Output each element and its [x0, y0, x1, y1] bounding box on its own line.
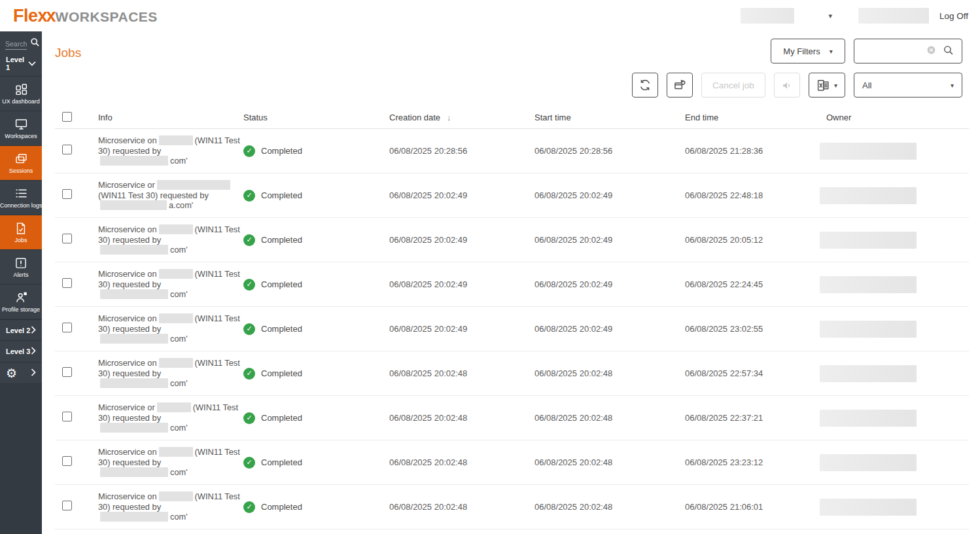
start-time-cell: 06/08/2025 20:02:48 [534, 502, 685, 512]
sidebar-item-workspaces[interactable]: Workspaces [0, 111, 42, 146]
status-label: Completed [261, 190, 302, 200]
table-search-box[interactable] [854, 39, 962, 63]
select-all-checkbox[interactable] [62, 112, 72, 122]
row-checkbox[interactable] [62, 367, 72, 377]
status-check-icon: ✓ [243, 145, 255, 157]
info-text: (WIN11 Test [195, 358, 240, 368]
export-excel-button[interactable]: ▾ [809, 73, 845, 98]
table-row[interactable]: Microservice on(WIN11 Test30) requested … [55, 262, 969, 307]
creation-date-cell: 06/08/2025 20:02:49 [389, 324, 534, 334]
info-text: com' [170, 423, 188, 433]
column-header-start-time[interactable]: Start time [534, 113, 685, 122]
sidebar: Search Level 1 UX dashboardWorkspacesSes… [0, 31, 42, 534]
profile-icon [14, 291, 28, 304]
log-off-button[interactable]: Log Off [939, 11, 968, 21]
table-row[interactable]: Microservice on(WIN11 Test30) requested … [55, 218, 969, 262]
row-checkbox[interactable] [62, 412, 72, 421]
dashboard-icon [14, 83, 28, 96]
redacted-account-selector[interactable] [741, 8, 794, 24]
alert-icon [14, 257, 27, 270]
status-cell: ✓ Completed [243, 190, 389, 202]
status-cell: ✓ Completed [243, 145, 389, 157]
info-cell: Microservice on(WIN11 Test30) requested … [98, 313, 243, 344]
status-label: Completed [261, 235, 302, 245]
refresh-button[interactable] [632, 73, 658, 98]
sidebar-item-jobs[interactable]: Jobs [0, 215, 42, 250]
redacted-text [159, 358, 193, 368]
status-cell: ✓ Completed [243, 279, 389, 291]
row-checkbox[interactable] [62, 145, 72, 154]
row-checkbox[interactable] [62, 456, 72, 466]
table-row[interactable]: Microservice on(WIN11 Test30) requested … [55, 129, 969, 173]
column-header-creation-date[interactable]: Creation date↓ [389, 113, 534, 122]
caret-down-icon: ▾ [951, 82, 954, 89]
table-row[interactable]: Microservice on(WIN11 Test30) requested … [55, 307, 969, 351]
status-check-icon: ✓ [243, 412, 255, 424]
status-cell: ✓ Completed [243, 368, 389, 380]
info-text: com' [170, 467, 188, 477]
redacted-username [858, 8, 929, 24]
sidebar-item-ux-dashboard[interactable]: UX dashboard [0, 77, 42, 111]
redacted-text [157, 180, 230, 190]
column-header-status[interactable]: Status [243, 113, 389, 122]
info-text: 30) requested by [98, 235, 161, 245]
status-check-icon: ✓ [243, 368, 255, 380]
sidebar-search[interactable]: Search [0, 31, 42, 52]
sidebar-level2-toggle[interactable]: Level 2 [0, 319, 42, 341]
table-row[interactable]: Microservice on(WIN11 Test30) requested … [55, 485, 969, 529]
table-row[interactable]: Microservice or(WIN11 Test 30) requested… [55, 173, 969, 218]
start-time-cell: 06/08/2025 20:28:56 [534, 146, 685, 156]
audio-button[interactable] [774, 73, 800, 98]
header-right: ▾ Log Off [741, 8, 968, 24]
cancel-job-button[interactable]: Cancel job [701, 73, 765, 98]
row-checkbox[interactable] [62, 501, 72, 510]
info-text: com' [170, 245, 188, 255]
sidebar-item-label: UX dashboard [2, 99, 40, 105]
app-header: Fle xx WORKSPACES ▾ Log Off [0, 0, 980, 31]
window-restart-icon [673, 79, 686, 92]
open-window-button[interactable] [667, 73, 693, 98]
row-checkbox[interactable] [62, 323, 72, 332]
status-filter-value: All [862, 80, 871, 90]
redacted-text [159, 491, 193, 501]
my-filters-dropdown[interactable]: My Filters ▾ [771, 39, 845, 63]
logo-flexx-text: Fle [13, 6, 38, 26]
sidebar-item-profile-storage[interactable]: Profile storage [0, 285, 42, 319]
status-label: Completed [261, 502, 302, 512]
status-cell: ✓ Completed [243, 501, 389, 513]
redacted-owner [820, 365, 917, 382]
sidebar-settings-toggle[interactable]: ⚙ [0, 363, 42, 384]
search-icon[interactable] [30, 37, 40, 50]
creation-date-cell: 06/08/2025 20:02:48 [389, 368, 534, 378]
sidebar-item-connection-logs[interactable]: Connection logs [0, 181, 42, 215]
monitor-icon [14, 118, 28, 131]
table-row[interactable]: Microservice or(WIN11 Test30) requested … [55, 396, 969, 440]
sidebar-item-sessions[interactable]: Sessions [0, 146, 42, 181]
row-checkbox[interactable] [62, 234, 72, 243]
sidebar-level3-toggle[interactable]: Level 3 [0, 341, 42, 363]
start-time-cell: 06/08/2025 20:02:48 [534, 413, 685, 423]
redacted-text [100, 289, 168, 299]
redacted-owner [820, 187, 917, 204]
table-row[interactable]: Microservice on(WIN11 Test30) requested … [55, 351, 969, 396]
row-checkbox[interactable] [62, 189, 72, 199]
sidebar-item-alerts[interactable]: Alerts [0, 250, 42, 285]
search-icon[interactable] [943, 44, 954, 58]
caret-down-icon[interactable]: ▾ [828, 12, 832, 20]
sidebar-level1-toggle[interactable]: Level 1 [0, 52, 42, 76]
column-header-owner[interactable]: Owner [826, 113, 969, 122]
table-search-input[interactable] [854, 46, 920, 57]
row-checkbox[interactable] [62, 278, 72, 288]
column-header-end-time[interactable]: End time [685, 113, 826, 122]
end-time-cell: 06/08/2025 20:05:12 [685, 235, 826, 245]
start-time-cell: 06/08/2025 20:02:49 [534, 324, 685, 334]
my-filters-label: My Filters [783, 46, 820, 56]
status-check-icon: ✓ [243, 234, 255, 246]
status-filter-dropdown[interactable]: All ▾ [854, 73, 962, 98]
clear-search-icon[interactable] [926, 45, 936, 57]
sidebar-search-input[interactable]: Search [5, 40, 27, 50]
info-text: (WIN11 Test [195, 447, 240, 457]
table-row[interactable]: Microservice on(WIN11 Test30) requested … [55, 440, 969, 485]
column-header-info[interactable]: Info [98, 113, 243, 122]
info-cell: Microservice on(WIN11 Test30) requested … [98, 447, 243, 478]
